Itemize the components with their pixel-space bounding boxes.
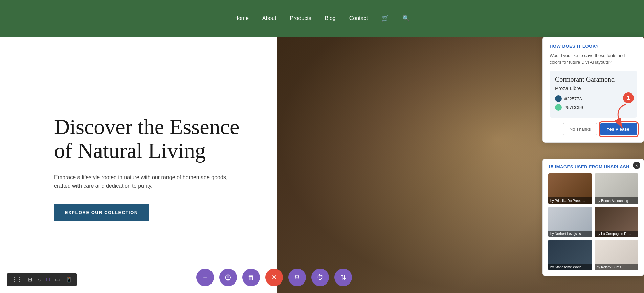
image-grid: by Priscilla Du Preez ... by Bench Accou…	[548, 173, 638, 270]
toolbar-mobile-icon[interactable]: 📱	[66, 276, 72, 283]
thumb-caption-4: by La Compagnie Ro...	[595, 231, 638, 237]
cart-icon[interactable]: 🛒	[381, 15, 389, 22]
fab-timer-button[interactable]: ⏱	[311, 269, 329, 286]
toolbar-search-icon[interactable]: ⌕	[38, 277, 41, 283]
fab-close-button[interactable]: ✕	[265, 269, 283, 286]
dialog-title: HOW DOES IT LOOK?	[550, 44, 637, 49]
font-preview: Cormorant Garamond Proza Libre #22577A #…	[550, 71, 637, 118]
images-panel: × 15 IMAGES USED FROM UNSPLASH by Prisci…	[542, 159, 644, 276]
image-thumb-3[interactable]: by Norbert Levajsics	[548, 207, 592, 237]
image-thumb-2[interactable]: by Bench Accounting	[595, 173, 638, 204]
hero-title: Discover the Essence of Natural Living	[54, 115, 250, 163]
thumb-caption-2: by Bench Accounting	[595, 197, 638, 204]
nav-about[interactable]: About	[262, 15, 276, 21]
color-swatch-1	[555, 95, 562, 102]
font-name-primary: Cormorant Garamond	[555, 76, 631, 83]
dialog-description: Would you like to save these fonts and c…	[550, 52, 637, 65]
navigation: Home About Products Blog Contact 🛒 🔍	[0, 0, 644, 37]
main-content: Discover the Essence of Natural Living E…	[0, 37, 644, 293]
thumb-caption-1: by Priscilla Du Preez ...	[548, 197, 592, 204]
color-swatch-2	[555, 104, 562, 111]
thumb-caption-3: by Norbert Levajsics	[548, 231, 592, 237]
hero-subtitle: Embrace a lifestyle rooted in nature wit…	[54, 173, 244, 190]
how-does-it-look-dialog: HOW DOES IT LOOK? Would you like to save…	[542, 37, 644, 143]
fab-sort-button[interactable]: ⇅	[334, 269, 352, 286]
fab-settings-button[interactable]: ⚙	[288, 269, 306, 286]
fab-row: + ⏻ 🗑 ✕ ⚙ ⏱ ⇅	[196, 269, 352, 286]
image-thumb-1[interactable]: by Priscilla Du Preez ...	[548, 173, 592, 204]
image-thumb-6[interactable]: by Kelsey Curtis	[595, 240, 638, 270]
close-images-panel-button[interactable]: ×	[633, 162, 640, 169]
thumb-caption-5: by Standsome World...	[548, 264, 592, 270]
dialog-buttons: No Thanks Yes Please!	[550, 123, 637, 135]
search-icon[interactable]: 🔍	[402, 15, 410, 22]
toolbar-desktop-icon[interactable]: □	[46, 277, 50, 283]
fab-delete-button[interactable]: 🗑	[242, 269, 260, 286]
images-panel-title: 15 IMAGES USED FROM UNSPLASH	[548, 164, 638, 169]
bottom-toolbar: ⋮⋮ ⊞ ⌕ □ ▭ 📱	[7, 273, 77, 286]
color-label-2: #57CC99	[564, 105, 583, 110]
yes-please-button[interactable]: Yes Please!	[600, 123, 637, 135]
fab-add-button[interactable]: +	[196, 269, 214, 286]
toolbar-dots-icon[interactable]: ⋮⋮	[12, 276, 22, 283]
image-thumb-5[interactable]: by Standsome World...	[548, 240, 592, 270]
nav-home[interactable]: Home	[234, 15, 249, 21]
color-row-1: #22577A	[555, 95, 631, 102]
fab-power-button[interactable]: ⏻	[219, 269, 237, 286]
font-name-secondary: Proza Libre	[555, 85, 631, 91]
toolbar-tablet-icon[interactable]: ▭	[55, 276, 60, 283]
color-label-1: #22577A	[564, 96, 582, 101]
color-row-2: #57CC99	[555, 104, 631, 111]
thumb-caption-6: by Kelsey Curtis	[595, 264, 638, 270]
toolbar-grid-icon[interactable]: ⊞	[28, 276, 32, 283]
hero-left: Discover the Essence of Natural Living E…	[0, 37, 277, 293]
nav-products[interactable]: Products	[290, 15, 311, 21]
nav-contact[interactable]: Contact	[349, 15, 368, 21]
image-thumb-4[interactable]: by La Compagnie Ro...	[595, 207, 638, 237]
no-thanks-button[interactable]: No Thanks	[563, 123, 597, 135]
nav-blog[interactable]: Blog	[325, 15, 336, 21]
explore-button[interactable]: EXPLORE OUR COLLECTION	[54, 204, 149, 221]
